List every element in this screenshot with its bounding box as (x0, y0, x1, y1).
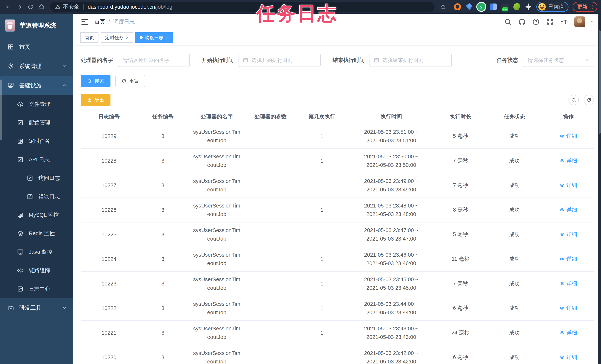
sidebar-item-cron-job[interactable]: 定时任务 (0, 132, 73, 150)
user-avatar[interactable] (574, 16, 585, 27)
begin-time-datepicker[interactable]: 选择开始执行时间 (239, 54, 321, 67)
page-scrollbar-thumb[interactable] (599, 30, 601, 134)
datepicker-placeholder: 选择开始执行时间 (251, 57, 293, 64)
tab-job-log[interactable]: 调度日志× (135, 32, 173, 43)
extension-blue-gem-icon[interactable] (465, 3, 473, 11)
tab-label: 首页 (85, 35, 94, 41)
detail-link[interactable]: 详细 (560, 231, 577, 238)
url-path: /job/log (155, 4, 172, 10)
on-badge: on (502, 7, 508, 11)
calendar-icon (374, 57, 380, 63)
handler-name-input-field[interactable] (118, 57, 189, 63)
detail-link[interactable]: 详细 (560, 132, 577, 140)
chevron-down-icon (62, 64, 67, 69)
cell-log-id: 10224 (81, 247, 137, 272)
cell-execute-index: 1 (296, 124, 348, 149)
toggle-search-button[interactable] (569, 95, 579, 105)
browser-profile-chip[interactable]: 已暂停 (536, 2, 569, 12)
detail-link[interactable]: 详细 (560, 182, 577, 189)
chevron-down-icon[interactable] (589, 20, 594, 24)
refresh-icon (121, 79, 127, 84)
active-tab-dot (140, 36, 143, 39)
detail-link[interactable]: 详细 (560, 304, 577, 312)
cell-task-id: 3 (137, 149, 189, 173)
sidebar-item-home[interactable]: 首页 (0, 37, 73, 57)
task-status-select[interactable]: 请选择任务状态 (523, 54, 594, 67)
export-button[interactable]: 导出 (81, 94, 110, 106)
detail-link[interactable]: 详细 (560, 206, 577, 214)
detail-link-label: 详细 (566, 157, 577, 164)
kebab-menu-icon[interactable] (589, 4, 595, 10)
bookmark-star-icon[interactable] (438, 2, 448, 11)
refresh-table-button[interactable] (584, 95, 594, 105)
sidebar-scrollbar-thumb[interactable] (0, 80, 2, 141)
cell-task-id: 3 (137, 345, 189, 364)
search-icon[interactable] (504, 18, 511, 26)
sidebar-item-label: 基础设施 (19, 82, 41, 89)
cell-execute-index: 1 (296, 272, 348, 296)
sidebar-item-dev-tools[interactable]: 研发工具 (0, 298, 73, 317)
sidebar-item-java[interactable]: Java 监控 (0, 243, 73, 261)
cell-task-status: 成功 (486, 296, 543, 321)
browser-update-button[interactable]: 更新 (572, 2, 597, 12)
extension-switch-icon[interactable]: on (501, 4, 509, 10)
cell-handler-param (245, 272, 296, 296)
search-button[interactable]: 搜索 (81, 75, 110, 87)
sidebar-item-infra[interactable]: 基础设施 (0, 76, 73, 95)
cell-log-id: 10225 (81, 222, 137, 247)
browser-home-icon[interactable] (37, 2, 46, 11)
sidebar-item-config-mgmt[interactable]: 配置管理 (0, 113, 73, 132)
detail-link[interactable]: 详细 (560, 354, 577, 361)
address-bar[interactable]: 不安全 dashboard.yudao.iocoder.cn /job/log (50, 2, 435, 12)
sidebar-item-file-mgmt[interactable]: 文件管理 (0, 95, 73, 113)
extension-orange-ring-icon[interactable] (454, 3, 461, 11)
page-scrollbar[interactable] (598, 14, 601, 364)
close-icon[interactable]: × (166, 35, 168, 40)
tab-label: 定时任务 (105, 35, 124, 41)
browser-back-icon[interactable] (4, 2, 13, 11)
detail-link[interactable]: 详细 (560, 157, 577, 164)
browser-forward-icon[interactable] (15, 2, 24, 11)
sidebar-item-api-log[interactable]: API 日志 (0, 150, 73, 169)
sidebar-item-access-log[interactable]: 访问日志 (0, 169, 73, 187)
cell-handler-name: sysUserSessionTim eoutJob (189, 296, 245, 321)
tab-home[interactable]: 首页 (80, 32, 99, 43)
text-size-icon[interactable]: TT (560, 18, 568, 26)
extension-blocks-icon[interactable] (489, 3, 497, 11)
browser-toolbar-right: y on 已暂停 更新 (438, 2, 597, 12)
tab-cron-job[interactable]: 定时任务× (101, 32, 133, 43)
detail-link[interactable]: 详细 (560, 255, 577, 263)
fullscreen-icon[interactable] (546, 18, 554, 26)
extension-green-y-icon[interactable]: y (477, 3, 485, 11)
cell-execute-time: 2021-05-03 23:44:00 ~ 2021-05-03 23:44:0… (348, 296, 435, 321)
browser-reload-icon[interactable] (26, 2, 35, 11)
sidebar-item-error-log[interactable]: 错误日志 (0, 187, 73, 206)
table-row: 102223sysUserSessionTim eoutJob12021-05-… (81, 296, 594, 321)
eye-icon (560, 256, 565, 262)
sidebar-fold-icon[interactable] (80, 18, 89, 26)
sidebar-item-trace[interactable]: 链路追踪 (0, 261, 73, 280)
handler-name-input[interactable] (118, 54, 190, 67)
close-icon[interactable]: × (126, 35, 129, 40)
cell-task-status: 成功 (486, 247, 543, 272)
detail-link[interactable]: 详细 (560, 329, 577, 336)
sidebar-item-log-center[interactable]: 日志中心 (0, 280, 73, 298)
security-label: 不安全 (63, 3, 79, 10)
cell-execute-index: 1 (296, 149, 348, 173)
breadcrumb-home[interactable]: 首页 (94, 18, 105, 26)
filter-label: 开始执行时间 (201, 57, 234, 64)
github-icon[interactable] (518, 18, 526, 26)
eye-icon (560, 232, 565, 237)
cell-task-status: 成功 (486, 345, 543, 364)
sidebar-item-system-mgmt[interactable]: 系统管理 (0, 57, 73, 76)
sidebar-item-mysql[interactable]: MySQL 监控 (0, 206, 73, 224)
sidebar-item-redis[interactable]: Redis 监控 (0, 224, 73, 243)
extension-puzzle-icon[interactable] (524, 3, 532, 11)
extension-leaf-icon[interactable] (513, 3, 521, 11)
toolbox-icon (7, 304, 14, 311)
table-row: 102263sysUserSessionTim eoutJob12021-05-… (81, 198, 594, 222)
detail-link[interactable]: 详细 (560, 280, 577, 287)
end-time-datepicker[interactable]: 选择结束执行时间 (370, 54, 452, 67)
help-icon[interactable] (532, 18, 540, 26)
reset-button[interactable]: 重置 (115, 75, 145, 87)
